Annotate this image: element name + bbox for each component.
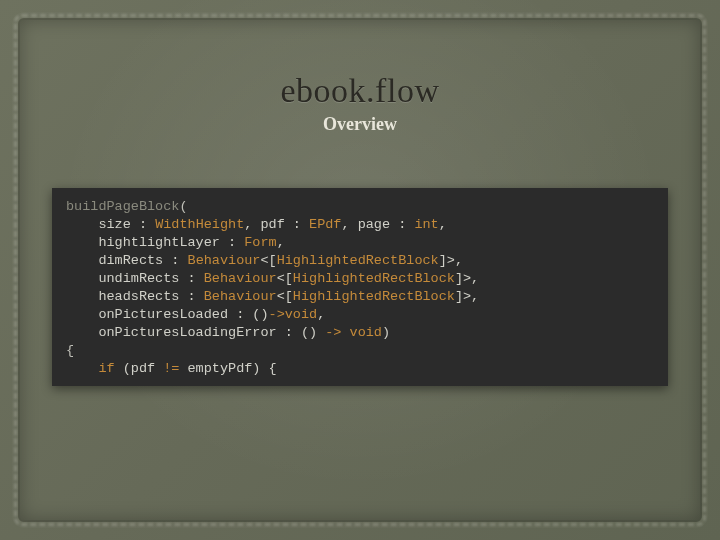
code-param-6: onPicturesLoadingError : () -> void) [98,325,390,340]
code-param-3: undimRects : Behaviour<[HighlightedRectB… [98,271,479,286]
code-param-2: dimRects : Behaviour<[HighlightedRectBlo… [98,253,463,268]
code-body-open: { [66,343,74,358]
code-snippet: buildPageBlock( size : WidthHeight, pdf … [52,188,668,386]
slide-title: ebook.flow [0,72,720,110]
code-param-1: hightlightLayer : Form, [98,235,284,250]
code-body-line: if (pdf != emptyPdf) { [98,361,276,376]
slide-subtitle: Overview [0,114,720,135]
code-param-0: size : WidthHeight, pdf : EPdf, page : i… [98,217,446,232]
code-fn-name: buildPageBlock [66,199,179,214]
code-content: buildPageBlock( size : WidthHeight, pdf … [66,198,654,378]
code-param-5: onPicturesLoaded : ()->void, [98,307,325,322]
code-param-4: headsRects : Behaviour<[HighlightedRectB… [98,289,479,304]
